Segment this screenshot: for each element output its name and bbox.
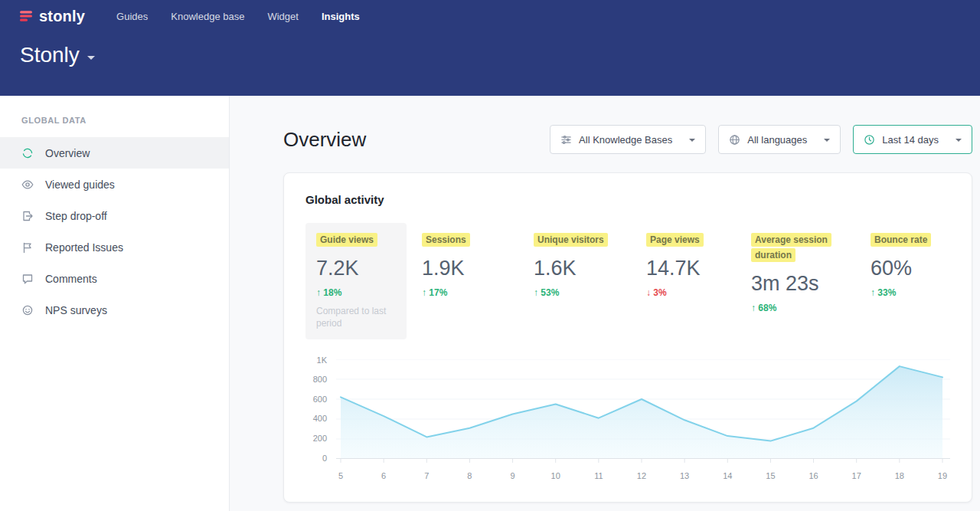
- metric-label: Page views: [646, 233, 704, 247]
- activity-chart: 0 200 400 600 800 1K 5678910111213141516…: [305, 359, 950, 482]
- x-tick-label: 16: [808, 471, 818, 480]
- metric-change: ↑ 53%: [534, 287, 620, 298]
- metric-change: ↑ 68%: [751, 303, 844, 313]
- overview-icon: [21, 147, 34, 159]
- metric-value: 14.7K: [646, 257, 725, 280]
- filter-label: Last 14 days: [882, 134, 939, 146]
- x-tick-label: 14: [723, 471, 732, 480]
- workspace-title[interactable]: Stonly: [20, 43, 80, 67]
- step-dropoff-icon: [21, 210, 34, 222]
- sidebar-section-label: GLOBAL DATA: [0, 116, 229, 125]
- sliders-icon: [560, 134, 572, 146]
- comment-icon: [21, 273, 34, 285]
- nav-item-widget[interactable]: Widget: [267, 11, 298, 22]
- sidebar-item-label: Step drop-off: [45, 210, 107, 222]
- metric-label: Bounce rate: [871, 233, 931, 247]
- metric-note: Compared to last period: [316, 305, 396, 329]
- sidebar-item-step-drop-off[interactable]: Step drop-off: [0, 200, 229, 231]
- x-tick-label: 19: [938, 471, 947, 480]
- knowledge-base-filter[interactable]: All Knowledge Bases: [550, 125, 706, 154]
- card-title: Global activity: [305, 193, 950, 206]
- sidebar-item-reported-issues[interactable]: Reported Issues: [0, 231, 229, 263]
- flag-icon: [21, 241, 34, 254]
- sidebar-item-comments[interactable]: Comments: [0, 263, 229, 294]
- metrics-row: Guide views 7.2K ↑ 18% Compared to last …: [305, 223, 950, 339]
- metric-value: 3m 23s: [751, 272, 844, 296]
- x-tick-label: 8: [467, 471, 472, 480]
- sidebar-item-label: Overview: [45, 147, 90, 159]
- date-range-filter[interactable]: Last 14 days: [853, 125, 972, 154]
- metric-unique-visitors[interactable]: Unique visitors 1.6K ↑ 53%: [523, 223, 631, 339]
- filter-label: All Knowledge Bases: [579, 134, 672, 146]
- metric-page-views[interactable]: Page views 14.7K ↓ 3%: [635, 223, 736, 339]
- top-navigation: stonly Guides Knowledge base Widget Insi…: [0, 0, 980, 32]
- y-tick-label: 200: [313, 434, 327, 443]
- metric-label: Average session duration: [751, 233, 831, 262]
- sidebar-item-label: Comments: [45, 273, 97, 285]
- metric-change: ↑ 18%: [316, 287, 396, 298]
- metric-value: 1.6K: [534, 257, 620, 280]
- metric-label: Guide views: [316, 233, 377, 247]
- metric-guide-views[interactable]: Guide views 7.2K ↑ 18% Compared to last …: [305, 223, 407, 339]
- global-activity-card: Global activity Guide views 7.2K ↑ 18% C…: [283, 172, 972, 503]
- main-content: Overview All Knowledge Bases: [230, 96, 980, 511]
- chart-y-axis: 0 200 400 600 800 1K: [305, 355, 336, 463]
- metric-change: ↑ 33%: [871, 287, 939, 298]
- clock-icon: [864, 134, 875, 146]
- x-tick-label: 18: [895, 471, 904, 480]
- filter-label: All languages: [747, 134, 807, 146]
- sidebar: GLOBAL DATA Overview Viewed guides Step …: [0, 96, 230, 511]
- x-tick-label: 11: [594, 471, 603, 480]
- x-tick-label: 15: [766, 471, 775, 480]
- metric-sessions[interactable]: Sessions 1.9K ↑ 17%: [411, 223, 518, 339]
- app-header: stonly Guides Knowledge base Widget Insi…: [0, 0, 980, 96]
- up-arrow-icon: ↑: [751, 303, 756, 313]
- up-arrow-icon: ↑: [534, 287, 538, 298]
- sidebar-item-label: Viewed guides: [45, 179, 115, 191]
- up-arrow-icon: ↑: [422, 287, 426, 298]
- y-tick-label: 0: [322, 454, 327, 463]
- chevron-down-icon: [824, 139, 830, 142]
- metric-value: 60%: [871, 257, 939, 280]
- chevron-down-icon[interactable]: [87, 56, 95, 60]
- x-tick-label: 9: [511, 471, 515, 480]
- up-arrow-icon: ↑: [316, 287, 321, 298]
- x-tick-label: 7: [424, 471, 429, 480]
- sidebar-item-overview[interactable]: Overview: [0, 137, 229, 169]
- metric-value: 1.9K: [422, 257, 508, 280]
- chart-x-axis: 5678910111213141516171819: [336, 464, 950, 482]
- nav-item-knowledge-base[interactable]: Knowledge base: [171, 11, 244, 22]
- sidebar-item-nps-surveys[interactable]: NPS surveys: [0, 294, 229, 326]
- sidebar-item-label: Reported Issues: [45, 241, 123, 254]
- x-tick-label: 5: [338, 471, 343, 480]
- logo-text: stonly: [39, 8, 85, 25]
- chevron-down-icon: [689, 139, 695, 142]
- y-tick-label: 1K: [317, 355, 327, 365]
- metric-average-session-duration[interactable]: Average session duration 3m 23s ↑ 68%: [740, 223, 855, 339]
- metric-change: ↑ 17%: [422, 287, 508, 298]
- x-tick-label: 17: [852, 471, 861, 480]
- area-chart-svg: [336, 359, 950, 464]
- smiley-icon: [21, 304, 34, 316]
- nav-item-insights[interactable]: Insights: [322, 11, 360, 22]
- sidebar-item-label: NPS surveys: [45, 304, 107, 316]
- metric-value: 7.2K: [316, 257, 396, 280]
- x-tick-label: 10: [551, 471, 560, 480]
- y-tick-label: 800: [313, 375, 327, 384]
- sidebar-item-viewed-guides[interactable]: Viewed guides: [0, 169, 229, 200]
- nav-item-guides[interactable]: Guides: [116, 11, 148, 22]
- down-arrow-icon: ↓: [646, 287, 651, 298]
- page-title: Overview: [283, 128, 366, 152]
- language-filter[interactable]: All languages: [718, 125, 841, 154]
- metric-bounce-rate[interactable]: Bounce rate 60% ↑ 33%: [860, 223, 950, 339]
- x-tick-label: 12: [637, 471, 646, 480]
- eye-icon: [21, 179, 34, 191]
- y-tick-label: 400: [313, 414, 327, 423]
- stonly-logo-icon: [18, 8, 34, 24]
- metric-label: Sessions: [422, 233, 470, 247]
- x-tick-label: 13: [680, 471, 689, 480]
- y-tick-label: 600: [313, 395, 327, 404]
- metric-label: Unique visitors: [534, 233, 608, 247]
- chevron-down-icon: [956, 139, 962, 142]
- stonly-logo[interactable]: stonly: [18, 8, 85, 25]
